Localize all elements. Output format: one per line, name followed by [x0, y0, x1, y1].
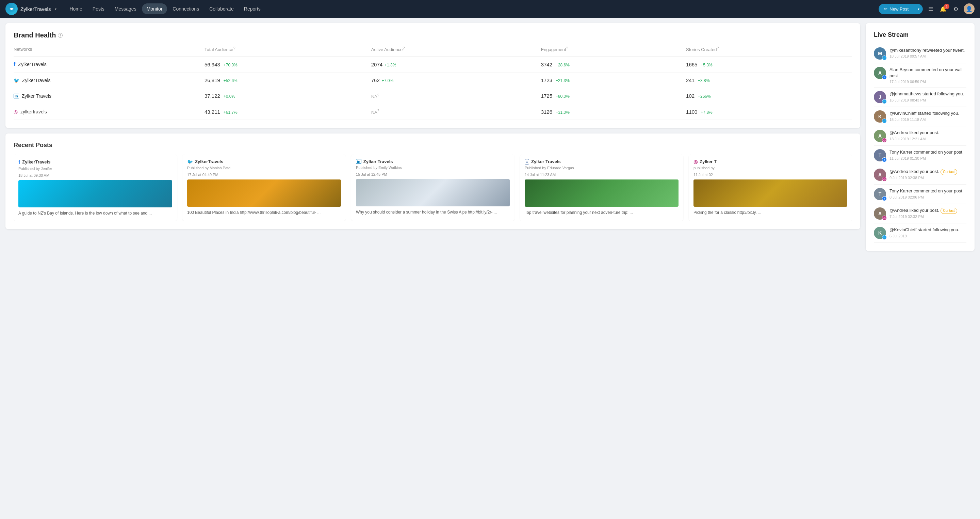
contact-badge: Contact: [940, 208, 957, 214]
post-network-name: Zylker Travels: [363, 159, 393, 164]
stream-item[interactable]: K 🐦 @KevinChieff started following you. …: [874, 107, 966, 126]
stream-time-5: 11 Jul 2019 01:30 PM: [889, 156, 966, 160]
total-audience-help[interactable]: ?: [234, 46, 235, 50]
brand-health-help-icon[interactable]: ?: [58, 33, 63, 38]
engagement-3: 3126 +31.0%: [541, 104, 686, 120]
stories-2: 102 +266%: [686, 88, 852, 104]
nav-monitor[interactable]: Monitor: [142, 3, 167, 14]
active-audience-0: 2074+1.3%: [371, 56, 541, 72]
stream-item[interactable]: K 🐦 @KevinChieff started following you. …: [874, 224, 966, 243]
active-audience-help[interactable]: ?: [402, 46, 404, 50]
stream-time-1: 17 Jul 2019 06:59 PM: [889, 80, 966, 84]
nav-connections[interactable]: Connections: [168, 3, 204, 14]
post-network-0: f ZylkerTravels: [18, 159, 172, 165]
post-date-3: 14 Jul at 11:23 AM: [525, 172, 679, 177]
stream-text-4: @Andrea liked your post.: [889, 130, 966, 136]
stream-text-2: @johnmatthews started following you.: [889, 91, 966, 97]
nav-collaborate[interactable]: Collaborate: [205, 3, 239, 14]
post-card[interactable]: 🐦 ZylkerTravels Published by Manish Pate…: [182, 154, 346, 221]
nav-home[interactable]: Home: [65, 3, 87, 14]
active-audience-3: NA?: [371, 104, 541, 120]
stream-item[interactable]: J 🐦 @johnmatthews started following you.…: [874, 88, 966, 107]
logo-chevron-icon: ▾: [55, 7, 56, 11]
post-text-0: A guide to NZ's Bay of Islands. Here is …: [18, 210, 172, 216]
brand-health-title-text: Brand Health: [14, 31, 56, 39]
stream-time-4: 13 Jul 2019 12:21 AM: [889, 137, 966, 141]
nav-messages[interactable]: Messages: [110, 3, 141, 14]
engagement-0: 3742 +28.6%: [541, 56, 686, 72]
stream-text-1: Alan Bryson commented on your wall post: [889, 67, 966, 79]
stream-avatar-0: M 🐦: [874, 47, 886, 60]
svg-point-1: [11, 8, 13, 10]
nav-links: Home Posts Messages Monitor Connections …: [65, 3, 878, 14]
stream-item[interactable]: A ◎ @Andrea liked your post. 13 Jul 2019…: [874, 126, 966, 146]
stream-item[interactable]: A ◎ @Andrea liked your post.Contact 7 Ju…: [874, 204, 966, 224]
post-thumbnail-3: [525, 179, 679, 207]
stream-badge-0: 🐦: [882, 56, 887, 60]
stream-text-5: Tony Karrer commented on your post.: [889, 149, 966, 155]
stream-avatar-3: K 🐦: [874, 110, 886, 123]
new-post-button[interactable]: ✏ New Post: [878, 4, 914, 14]
total-audience-0: 56,943 +70.0%: [205, 56, 371, 72]
stream-item[interactable]: T f Tony Karrer commented on your post. …: [874, 146, 966, 165]
post-thumbnail-4: [694, 179, 847, 207]
post-thumbnail-0: [18, 180, 172, 208]
network-cell-2: in Zylker Travels: [14, 88, 205, 104]
notifications-icon[interactable]: 🔔 2: [939, 5, 948, 14]
stream-time-3: 15 Jul 2019 11:18 AM: [889, 118, 966, 121]
post-card[interactable]: in Zylker Travels Published by Emily Wat…: [351, 154, 514, 221]
user-avatar[interactable]: 👤: [964, 3, 975, 14]
post-thumbnail-2: [356, 179, 510, 206]
contact-badge: Contact: [940, 169, 957, 175]
post-card[interactable]: ◎ Zylker T published by 11 Jul at 02 Pic…: [689, 154, 852, 221]
stream-content-6: @Andrea liked your post.Contact 9 Jul 20…: [889, 169, 966, 180]
stream-avatar-8: A ◎: [874, 208, 886, 220]
col-networks: Networks: [14, 46, 205, 56]
engagement-2: 1725 +80.0%: [541, 88, 686, 104]
posts-grid: f ZylkerTravels Published by Jenifer 18 …: [14, 154, 852, 221]
stream-content-8: @Andrea liked your post.Contact 7 Jul 20…: [889, 208, 966, 219]
stream-time-0: 18 Jul 2019 09:57 AM: [889, 54, 966, 58]
active-audience-1: 762+7.0%: [371, 72, 541, 88]
network-cell-1: 🐦 ZylkerTravels: [14, 72, 205, 88]
stream-item[interactable]: A ◎ @Andrea liked your post.Contact 9 Ju…: [874, 165, 966, 185]
new-post-label: New Post: [889, 6, 908, 11]
stream-badge-4: ◎: [882, 138, 887, 143]
network-cell-3: ◎ zylkertravels: [14, 104, 205, 120]
menu-icon[interactable]: ☰: [927, 5, 934, 14]
right-panel: Live Stream M 🐦 @mikesanthony retweeted …: [865, 23, 975, 256]
col-total-audience: Total Audience?: [205, 46, 371, 56]
post-card[interactable]: ≡ Zylker Travels Published by Eduardo Va…: [520, 154, 683, 221]
network-name: Zylker Travels: [22, 93, 51, 99]
post-thumbnail-1: [187, 179, 341, 207]
settings-icon[interactable]: ⚙: [952, 5, 959, 14]
stories-help[interactable]: ?: [717, 46, 719, 50]
stream-item[interactable]: M 🐦 @mikesanthony retweeted your tweet. …: [874, 44, 966, 63]
stream-item[interactable]: A f Alan Bryson commented on your wall p…: [874, 63, 966, 88]
engagement-help[interactable]: ?: [566, 46, 568, 50]
new-post-dropdown[interactable]: ▾: [914, 4, 923, 14]
stories-3: 1100 +7.8%: [686, 104, 852, 120]
stream-badge-9: 🐦: [882, 235, 887, 240]
post-date-2: 15 Jul at 12:45 PM: [356, 172, 510, 176]
nav-logo[interactable]: ZylkerTravels ▾: [5, 3, 56, 15]
active-audience-2: NA?: [371, 88, 541, 104]
live-stream-list: M 🐦 @mikesanthony retweeted your tweet. …: [874, 44, 966, 243]
post-date-4: 11 Jul at 02: [694, 172, 847, 177]
brand-health-row: 🐦 ZylkerTravels 26,819 +52.6% 762+7.0% 1…: [14, 72, 852, 88]
post-text-4: Picking the for a classic http://bit.ly.…: [694, 209, 847, 216]
stream-item[interactable]: T f Tony Karrer commented on your post. …: [874, 185, 966, 204]
post-date-0: 18 Jul at 09:30 AM: [18, 173, 172, 177]
stream-avatar-4: A ◎: [874, 130, 886, 142]
main-layout: Brand Health ? Networks Total Audience? …: [0, 18, 980, 262]
stream-badge-1: f: [882, 75, 887, 80]
post-card[interactable]: f ZylkerTravels Published by Jenifer 18 …: [14, 154, 177, 221]
col-stories: Stories Created?: [686, 46, 852, 56]
nav-posts[interactable]: Posts: [88, 3, 109, 14]
stream-avatar-5: T f: [874, 149, 886, 161]
post-network-4: ◎ Zylker T: [694, 159, 847, 164]
nav-reports[interactable]: Reports: [239, 3, 266, 14]
post-text-3: Top travel websites for planning your ne…: [525, 209, 679, 216]
stream-text-9: @KevinChieff started following you.: [889, 227, 966, 233]
post-published-by-2: Published by Emily Watkins: [356, 166, 510, 169]
